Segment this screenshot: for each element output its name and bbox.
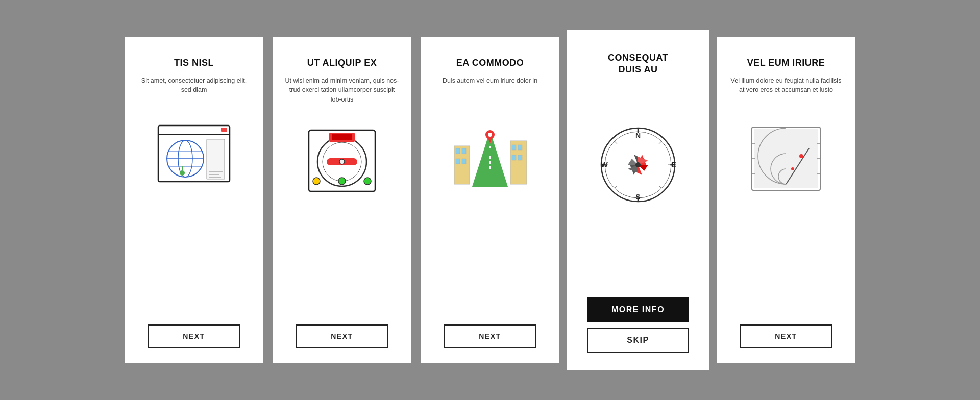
svg-point-39	[488, 133, 492, 137]
card-1-next-button[interactable]: NEXT	[148, 324, 240, 348]
card-5-title: VEL EUM IRIURE	[747, 57, 825, 69]
svg-line-59	[659, 141, 662, 144]
card-5: VEL EUM IRIURE Vel illum dolore eu feugi…	[717, 37, 855, 363]
svg-rect-23	[332, 134, 352, 140]
card-4-title: CONSEQUAT DUIS AU	[608, 52, 668, 75]
card-2-icon	[301, 120, 383, 202]
svg-line-61	[659, 186, 662, 188]
card-4-more-info-button[interactable]: MORE INFO	[587, 297, 689, 322]
card-3-icon	[449, 118, 531, 199]
svg-point-19	[313, 178, 320, 185]
svg-point-70	[791, 167, 794, 170]
card-4: CONSEQUAT DUIS AU N S E W	[569, 32, 707, 368]
svg-rect-31	[462, 159, 466, 164]
card-3-desc: Duis autem vel eum iriure dolor in	[443, 76, 537, 103]
card-4-icon: N S E W	[597, 124, 679, 206]
svg-rect-34	[518, 145, 522, 150]
card-5-next-button[interactable]: NEXT	[740, 324, 832, 348]
card-1-desc: Sit amet, consectetuer adipiscing elit, …	[137, 76, 251, 103]
svg-point-21	[364, 178, 371, 185]
svg-point-8	[180, 170, 185, 176]
card-2-next-button[interactable]: NEXT	[296, 324, 388, 348]
svg-rect-35	[512, 155, 516, 160]
card-4-skip-button[interactable]: SKIP	[587, 328, 689, 353]
svg-point-69	[799, 154, 803, 158]
card-3-next-button[interactable]: NEXT	[444, 324, 536, 348]
svg-rect-36	[518, 155, 522, 160]
card-3-title: EA COMMODO	[456, 57, 524, 69]
svg-line-65	[615, 141, 617, 144]
svg-rect-30	[456, 159, 460, 164]
svg-rect-67	[754, 129, 818, 188]
svg-point-20	[338, 178, 346, 185]
card-5-icon	[745, 118, 827, 199]
svg-text:N: N	[635, 132, 641, 140]
card-2-title: UT ALIQUIP EX	[307, 57, 377, 69]
svg-line-63	[615, 186, 617, 188]
card-2-desc: Ut wisi enim ad minim veniam, quis nos-t…	[285, 76, 399, 105]
svg-rect-33	[512, 145, 516, 150]
card-3: EA COMMODO Duis autem vel eum iriure dol…	[421, 37, 559, 363]
cards-container: TIS NISL Sit amet, consectetuer adipisci…	[94, 11, 886, 389]
svg-rect-28	[456, 148, 460, 154]
card-1-title: TIS NISL	[174, 57, 214, 69]
card-5-desc: Vel illum dolore eu feugiat nulla facili…	[729, 76, 843, 103]
card-2: UT ALIQUIP EX Ut wisi enim ad minim veni…	[273, 37, 411, 363]
svg-rect-10	[207, 139, 225, 179]
svg-text:E: E	[671, 161, 676, 169]
svg-point-18	[339, 159, 345, 164]
card-1-icon	[153, 118, 235, 199]
card-1: TIS NISL Sit amet, consectetuer adipisci…	[125, 37, 263, 363]
svg-point-58	[635, 162, 641, 167]
svg-rect-29	[462, 148, 466, 154]
svg-rect-2	[221, 128, 227, 132]
